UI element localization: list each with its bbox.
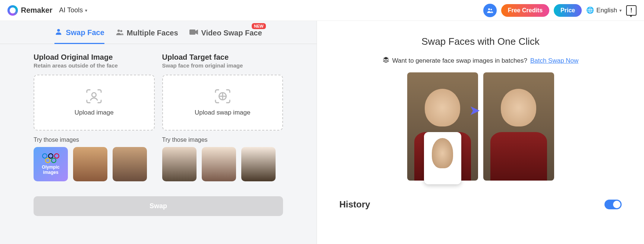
olympic-label: Olympic images (36, 165, 66, 175)
sample-original-1[interactable] (73, 147, 107, 181)
demo-face-overlay (424, 132, 461, 184)
target-dropzone[interactable]: Upload swap image (162, 75, 283, 131)
brand-logo[interactable]: Remaker (7, 5, 53, 16)
language-label: English (596, 7, 617, 14)
original-title: Upload Original Image (34, 53, 155, 62)
sample-olympic[interactable]: Olympic images (34, 147, 68, 181)
person-icon (54, 28, 63, 38)
new-badge: NEW (252, 23, 266, 29)
tab-label: Multiple Faces (127, 29, 178, 37)
history-toggle[interactable] (604, 200, 622, 209)
tab-swap-face[interactable]: Swap Face (54, 28, 104, 44)
language-selector[interactable]: 🌐 English ▾ (586, 6, 622, 14)
ai-tools-label: AI Tools (59, 6, 83, 14)
people-icon (116, 28, 124, 38)
tab-label: Video Swap Face (201, 29, 262, 37)
dropzone-label: Upload swap image (195, 109, 250, 116)
dropzone-label: Upload image (75, 109, 114, 116)
sample-target-2[interactable] (202, 147, 236, 181)
page-title: Swap Faces with One Click (339, 36, 622, 47)
price-button[interactable]: Price (554, 4, 582, 17)
sample-target-1[interactable] (162, 147, 197, 181)
original-dropzone[interactable]: Upload image (34, 75, 155, 131)
target-subtitle: Swap face from original image (162, 62, 283, 69)
community-icon[interactable] (483, 4, 497, 17)
chevron-down-icon: ▾ (619, 8, 622, 13)
face-scan-icon (85, 89, 103, 104)
svg-rect-5 (189, 29, 195, 35)
free-credits-button[interactable]: Free Credits (501, 4, 549, 17)
original-subtitle: Retain areas outside of the face (34, 62, 155, 69)
demo-result-image (483, 72, 554, 181)
svg-point-2 (57, 29, 60, 32)
svg-point-0 (488, 8, 490, 10)
brand-name: Remaker (21, 6, 53, 15)
globe-icon: 🌐 (586, 6, 594, 14)
target-title: Upload Target face (162, 53, 283, 62)
olympic-rings-icon (45, 158, 56, 163)
sample-original-2[interactable] (113, 147, 147, 181)
batch-prompt: Want to generate face swap images in bat… (392, 57, 527, 65)
try-label: Try those images (162, 137, 283, 143)
tab-label: Swap Face (66, 28, 104, 37)
svg-point-1 (490, 9, 492, 10)
chevron-down-icon: ▾ (85, 8, 87, 13)
svg-point-6 (92, 93, 97, 97)
ai-tools-dropdown[interactable]: AI Tools ▾ (59, 6, 88, 14)
swap-button[interactable]: Swap (34, 196, 283, 216)
svg-point-3 (117, 29, 120, 32)
mode-tabs: Swap Face Multiple Faces Video Swap Face… (0, 21, 317, 44)
layers-icon (383, 56, 389, 65)
tab-video-swap[interactable]: Video Swap Face NEW (189, 28, 262, 44)
arrow-right-icon: ➤ (469, 103, 480, 118)
feedback-icon[interactable]: ! (626, 5, 637, 16)
video-icon (189, 29, 198, 37)
tab-multiple-faces[interactable]: Multiple Faces (116, 28, 178, 44)
try-label: Try those images (34, 137, 155, 143)
sample-target-3[interactable] (241, 147, 276, 181)
batch-swap-link[interactable]: Batch Swap Now (530, 57, 578, 65)
svg-point-4 (120, 30, 122, 32)
face-detect-icon (214, 89, 231, 104)
logo-icon (7, 5, 18, 16)
demo-preview: ➤ (339, 72, 622, 181)
history-heading: History (339, 199, 370, 210)
